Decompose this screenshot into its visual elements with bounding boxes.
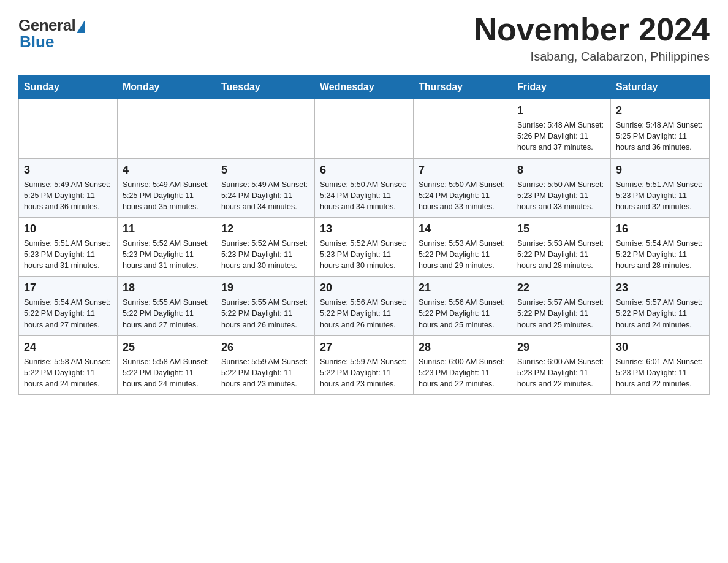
calendar-cell [118, 99, 216, 158]
calendar-cell: 13Sunrise: 5:52 AM Sunset: 5:23 PM Dayli… [315, 217, 414, 276]
day-number: 10 [24, 223, 112, 236]
day-info: Sunrise: 5:48 AM Sunset: 5:25 PM Dayligh… [616, 120, 704, 153]
day-number: 13 [320, 223, 408, 236]
day-number: 27 [320, 341, 408, 354]
day-info: Sunrise: 5:50 AM Sunset: 5:24 PM Dayligh… [419, 179, 507, 212]
col-header-sunday: Sunday [19, 75, 118, 99]
day-info: Sunrise: 5:58 AM Sunset: 5:22 PM Dayligh… [24, 356, 112, 389]
day-number: 22 [517, 282, 605, 294]
day-number: 15 [517, 223, 605, 236]
day-info: Sunrise: 5:50 AM Sunset: 5:24 PM Dayligh… [320, 179, 408, 212]
month-title: November 2024 [474, 12, 710, 47]
calendar-cell: 9Sunrise: 5:51 AM Sunset: 5:23 PM Daylig… [611, 158, 710, 217]
day-info: Sunrise: 5:54 AM Sunset: 5:22 PM Dayligh… [616, 238, 704, 271]
calendar-cell: 17Sunrise: 5:54 AM Sunset: 5:22 PM Dayli… [19, 277, 118, 335]
day-number: 16 [616, 223, 704, 236]
day-info: Sunrise: 5:57 AM Sunset: 5:22 PM Dayligh… [616, 297, 704, 330]
calendar-header: SundayMondayTuesdayWednesdayThursdayFrid… [19, 75, 710, 99]
day-info: Sunrise: 5:58 AM Sunset: 5:22 PM Dayligh… [123, 356, 211, 389]
calendar-cell: 12Sunrise: 5:52 AM Sunset: 5:23 PM Dayli… [216, 217, 315, 276]
calendar-cell: 15Sunrise: 5:53 AM Sunset: 5:22 PM Dayli… [512, 217, 611, 276]
logo-triangle-icon [77, 20, 85, 33]
col-header-wednesday: Wednesday [315, 75, 414, 99]
calendar-cell: 19Sunrise: 5:55 AM Sunset: 5:22 PM Dayli… [216, 277, 315, 335]
col-header-saturday: Saturday [611, 75, 710, 99]
day-info: Sunrise: 5:51 AM Sunset: 5:23 PM Dayligh… [24, 238, 112, 271]
day-number: 8 [517, 164, 605, 177]
calendar-cell: 25Sunrise: 5:58 AM Sunset: 5:22 PM Dayli… [118, 335, 216, 394]
day-info: Sunrise: 5:50 AM Sunset: 5:23 PM Dayligh… [517, 179, 605, 212]
calendar-cell: 3Sunrise: 5:49 AM Sunset: 5:25 PM Daylig… [19, 158, 118, 217]
day-number: 5 [221, 164, 309, 177]
day-number: 17 [24, 282, 112, 294]
day-info: Sunrise: 5:55 AM Sunset: 5:22 PM Dayligh… [221, 297, 309, 330]
calendar-cell: 23Sunrise: 5:57 AM Sunset: 5:22 PM Dayli… [611, 277, 710, 335]
day-info: Sunrise: 6:00 AM Sunset: 5:23 PM Dayligh… [419, 356, 507, 389]
day-info: Sunrise: 5:49 AM Sunset: 5:25 PM Dayligh… [123, 179, 211, 212]
day-number: 2 [616, 104, 704, 117]
calendar-table: SundayMondayTuesdayWednesdayThursdayFrid… [18, 75, 710, 395]
calendar-cell: 18Sunrise: 5:55 AM Sunset: 5:22 PM Dayli… [118, 277, 216, 335]
calendar-cell: 29Sunrise: 6:00 AM Sunset: 5:23 PM Dayli… [512, 335, 611, 394]
calendar-cell: 2Sunrise: 5:48 AM Sunset: 5:25 PM Daylig… [611, 99, 710, 158]
calendar-body: 1Sunrise: 5:48 AM Sunset: 5:26 PM Daylig… [19, 99, 710, 395]
day-number: 28 [419, 341, 507, 354]
day-number: 7 [419, 164, 507, 177]
day-number: 19 [221, 282, 309, 294]
calendar-cell: 27Sunrise: 5:59 AM Sunset: 5:22 PM Dayli… [315, 335, 414, 394]
calendar-cell: 1Sunrise: 5:48 AM Sunset: 5:26 PM Daylig… [512, 99, 611, 158]
day-number: 3 [24, 164, 112, 177]
day-number: 6 [320, 164, 408, 177]
day-info: Sunrise: 5:59 AM Sunset: 5:22 PM Dayligh… [221, 356, 309, 389]
calendar-cell: 21Sunrise: 5:56 AM Sunset: 5:22 PM Dayli… [414, 277, 512, 335]
day-info: Sunrise: 6:00 AM Sunset: 5:23 PM Dayligh… [517, 356, 605, 389]
day-number: 23 [616, 282, 704, 294]
day-info: Sunrise: 5:52 AM Sunset: 5:23 PM Dayligh… [123, 238, 211, 271]
day-number: 4 [123, 164, 211, 177]
day-info: Sunrise: 5:52 AM Sunset: 5:23 PM Dayligh… [221, 238, 309, 271]
day-number: 12 [221, 223, 309, 236]
title-section: November 2024 Isabang, Calabarzon, Phili… [474, 12, 710, 64]
day-info: Sunrise: 5:56 AM Sunset: 5:22 PM Dayligh… [419, 297, 507, 330]
day-info: Sunrise: 5:49 AM Sunset: 5:24 PM Dayligh… [221, 179, 309, 212]
day-number: 1 [517, 104, 605, 117]
calendar-week-row: 17Sunrise: 5:54 AM Sunset: 5:22 PM Dayli… [19, 277, 710, 335]
calendar-week-row: 3Sunrise: 5:49 AM Sunset: 5:25 PM Daylig… [19, 158, 710, 217]
day-info: Sunrise: 5:53 AM Sunset: 5:22 PM Dayligh… [517, 238, 605, 271]
day-info: Sunrise: 5:52 AM Sunset: 5:23 PM Dayligh… [320, 238, 408, 271]
calendar-cell: 5Sunrise: 5:49 AM Sunset: 5:24 PM Daylig… [216, 158, 315, 217]
calendar-cell: 10Sunrise: 5:51 AM Sunset: 5:23 PM Dayli… [19, 217, 118, 276]
calendar-cell [19, 99, 118, 158]
day-number: 25 [123, 341, 211, 354]
logo-blue-text: Blue [20, 33, 54, 52]
calendar-cell: 24Sunrise: 5:58 AM Sunset: 5:22 PM Dayli… [19, 335, 118, 394]
day-number: 11 [123, 223, 211, 236]
calendar-cell: 6Sunrise: 5:50 AM Sunset: 5:24 PM Daylig… [315, 158, 414, 217]
calendar-cell: 8Sunrise: 5:50 AM Sunset: 5:23 PM Daylig… [512, 158, 611, 217]
day-number: 26 [221, 341, 309, 354]
day-header-row: SundayMondayTuesdayWednesdayThursdayFrid… [19, 75, 710, 99]
day-info: Sunrise: 5:57 AM Sunset: 5:22 PM Dayligh… [517, 297, 605, 330]
logo: General Blue [18, 16, 85, 52]
day-number: 21 [419, 282, 507, 294]
page-header: General Blue November 2024 Isabang, Cala… [18, 12, 710, 64]
day-number: 24 [24, 341, 112, 354]
calendar-cell: 4Sunrise: 5:49 AM Sunset: 5:25 PM Daylig… [118, 158, 216, 217]
calendar-cell: 16Sunrise: 5:54 AM Sunset: 5:22 PM Dayli… [611, 217, 710, 276]
day-number: 18 [123, 282, 211, 294]
col-header-thursday: Thursday [414, 75, 512, 99]
day-info: Sunrise: 5:48 AM Sunset: 5:26 PM Dayligh… [517, 120, 605, 153]
calendar-cell [414, 99, 512, 158]
calendar-cell [216, 99, 315, 158]
day-number: 29 [517, 341, 605, 354]
calendar-week-row: 1Sunrise: 5:48 AM Sunset: 5:26 PM Daylig… [19, 99, 710, 158]
day-info: Sunrise: 5:56 AM Sunset: 5:22 PM Dayligh… [320, 297, 408, 330]
location-text: Isabang, Calabarzon, Philippines [474, 50, 710, 64]
col-header-monday: Monday [118, 75, 216, 99]
day-info: Sunrise: 5:55 AM Sunset: 5:22 PM Dayligh… [123, 297, 211, 330]
day-number: 20 [320, 282, 408, 294]
calendar-cell: 22Sunrise: 5:57 AM Sunset: 5:22 PM Dayli… [512, 277, 611, 335]
calendar-cell: 26Sunrise: 5:59 AM Sunset: 5:22 PM Dayli… [216, 335, 315, 394]
calendar-cell [315, 99, 414, 158]
calendar-cell: 30Sunrise: 6:01 AM Sunset: 5:23 PM Dayli… [611, 335, 710, 394]
